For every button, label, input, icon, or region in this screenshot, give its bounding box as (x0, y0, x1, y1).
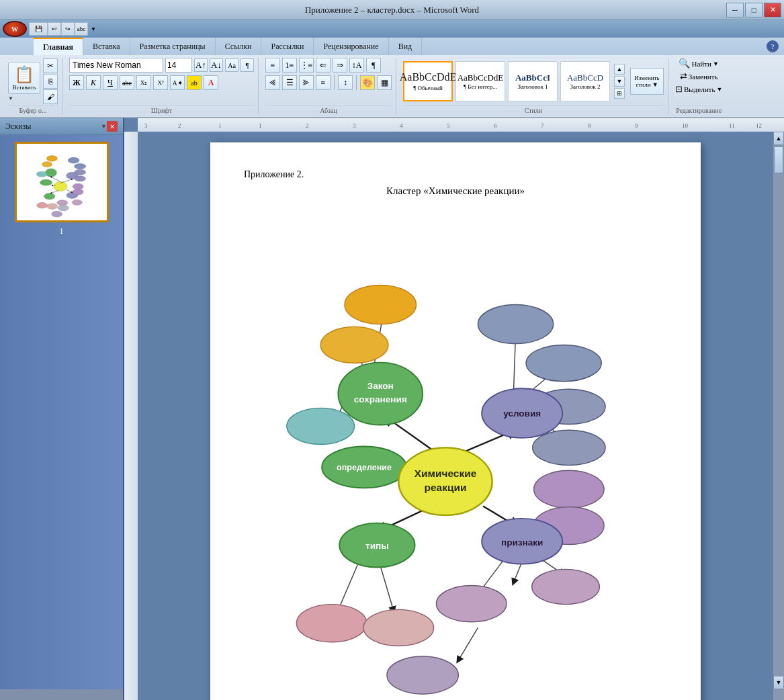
styles-more[interactable]: ⊞ (614, 88, 625, 99)
subnode-purple5[interactable] (387, 656, 458, 694)
svg-point-12 (74, 176, 85, 181)
change-styles-button[interactable]: Изменить стили ▼ (630, 68, 664, 95)
subscript-button[interactable]: X₂ (136, 75, 151, 90)
tab-references[interactable]: Ссылки (216, 38, 262, 55)
subnode-pink1[interactable] (296, 605, 367, 642)
copy-button[interactable]: ⎘ (43, 74, 58, 89)
align-center-button[interactable]: ☰ (282, 75, 297, 90)
page-thumbnail[interactable] (15, 142, 109, 222)
close-button[interactable]: ✕ (764, 3, 781, 17)
subnode-purple1[interactable] (534, 470, 605, 508)
subnode-purple4[interactable] (532, 569, 600, 604)
subnode-pink2[interactable] (363, 609, 434, 646)
font-grow-button[interactable]: A↑ (194, 58, 208, 72)
subnode-purple3[interactable] (436, 586, 507, 622)
quick-save-button[interactable]: 💾 (29, 22, 48, 36)
cut-button[interactable]: ✂ (43, 58, 58, 73)
subnode-blue4[interactable] (533, 430, 605, 465)
find-button[interactable]: 🔍 Найти ▼ (679, 58, 718, 69)
superscript-button[interactable]: X² (153, 75, 168, 90)
svg-point-1 (45, 169, 56, 177)
bold-button[interactable]: Ж (69, 75, 84, 90)
numbered-list-button[interactable]: 1≡ (282, 58, 297, 73)
shading-button[interactable]: 🎨 (360, 75, 375, 90)
highlight-button[interactable]: ab (187, 75, 202, 90)
redo-button[interactable]: ↪ (61, 22, 75, 36)
scroll-down-button[interactable]: ▼ (773, 676, 784, 689)
clear-format-button[interactable]: Aa (225, 58, 238, 72)
font-controls: A↑ A↓ Aa ¶ Ж К Ч abc X₂ X² A✦ ab A (69, 58, 254, 105)
sort-button[interactable]: ↕A (349, 58, 364, 73)
format-painter-button[interactable]: 🖌 (43, 89, 58, 104)
sidebar-dropdown[interactable]: ▼ (101, 123, 107, 130)
line-spacing-button[interactable]: ↕ (338, 75, 353, 90)
bullet-list-button[interactable]: ≡ (265, 58, 280, 73)
undo-button[interactable]: ↩ (48, 22, 61, 36)
tab-insert[interactable]: Вставка (83, 38, 130, 55)
svg-point-9 (68, 157, 79, 163)
style-normal[interactable]: AaBbCcDdE ¶ Обычный (403, 61, 453, 101)
svg-point-16 (36, 202, 47, 208)
office-button[interactable]: W (3, 21, 27, 37)
strikethrough-button[interactable]: abc (120, 75, 134, 90)
border-button[interactable]: ▦ (377, 75, 392, 90)
sidebar-close-button[interactable]: ✕ (107, 121, 118, 132)
font-size-input[interactable] (165, 58, 192, 73)
subnode-orange1[interactable] (345, 285, 416, 324)
svg-text:1: 1 (259, 122, 262, 129)
svg-text:условия: условия (503, 408, 541, 419)
justify-button[interactable]: ≡ (316, 75, 331, 90)
tab-review[interactable]: Рецензирование (314, 38, 388, 55)
subnode-teal1[interactable] (287, 408, 355, 444)
increase-indent-button[interactable]: ⇒ (333, 58, 347, 73)
vertical-scrollbar[interactable]: ▲ ▼ (773, 132, 784, 700)
styles-down[interactable]: ▼ (614, 76, 625, 87)
select-button[interactable]: ⊡ Выделить ▼ (675, 84, 722, 95)
svg-text:Закон: Закон (367, 381, 394, 391)
multi-list-button[interactable]: ⋮≡ (299, 58, 314, 73)
customize-arrow[interactable]: ▼ (88, 22, 99, 36)
group-clipboard-content: 📋 Вставить ▼ ✂ ⎘ 🖌 (8, 58, 58, 105)
tab-mailings[interactable]: Рассылки (261, 38, 314, 55)
paste-button[interactable]: 📋 Вставить (8, 62, 40, 94)
svg-text:6: 6 (494, 122, 497, 129)
font-shrink-button[interactable]: A↓ (210, 58, 223, 72)
scroll-thumb[interactable] (774, 146, 783, 173)
show-marks-button[interactable]: ¶ (366, 58, 381, 73)
svg-text:4: 4 (400, 122, 403, 129)
font-family-input[interactable] (69, 58, 163, 73)
font-extra-button[interactable]: ¶ (241, 58, 254, 72)
ribbon-content: 📋 Вставить ▼ ✂ ⎘ 🖌 Буфер о... A (0, 55, 784, 117)
group-editing: 🔍 Найти ▼ ⇄ Заменить ⊡ Выделить ▼ Редакт… (671, 58, 726, 114)
underline-button[interactable]: Ч (103, 75, 118, 90)
paste-dropdown[interactable]: ▼ (8, 95, 40, 101)
maximize-button[interactable]: □ (745, 3, 763, 17)
svg-line-60 (458, 627, 478, 660)
help-button[interactable]: ? (761, 38, 784, 55)
align-right-button[interactable]: ⫸ (299, 75, 314, 90)
abc-button[interactable]: abc (75, 22, 88, 36)
tab-layout[interactable]: Разметка страницы (130, 38, 216, 55)
align-left-button[interactable]: ⫷ (265, 75, 280, 90)
tab-home[interactable]: Главная (34, 38, 83, 55)
scroll-up-button[interactable]: ▲ (773, 132, 784, 145)
style-no-spacing[interactable]: AaBbCcDdE ¶ Без интер... (455, 61, 505, 101)
svg-text:типы: типы (365, 541, 389, 551)
svg-text:признаки: признаки (501, 537, 543, 548)
style-heading1[interactable]: AaBbCcI Заголовок 1 (508, 61, 558, 101)
svg-text:2: 2 (306, 122, 309, 129)
decrease-indent-button[interactable]: ⇐ (316, 58, 331, 73)
italic-button[interactable]: К (86, 75, 101, 90)
font-color-button[interactable]: A (204, 75, 218, 90)
sidebar-scroll[interactable] (0, 689, 123, 700)
replace-button[interactable]: ⇄ Заменить (680, 71, 718, 82)
subnode-blue2[interactable] (526, 345, 601, 381)
text-effect-button[interactable]: A✦ (170, 75, 185, 90)
tab-view[interactable]: Вид (389, 38, 423, 55)
subnode-orange2[interactable] (320, 326, 388, 363)
svg-point-14 (73, 189, 83, 195)
styles-up[interactable]: ▲ (614, 64, 625, 75)
subnode-blue1[interactable] (478, 304, 553, 343)
style-heading2[interactable]: AaBbCcD Заголовок 2 (560, 61, 610, 101)
minimize-button[interactable]: ─ (726, 3, 744, 17)
